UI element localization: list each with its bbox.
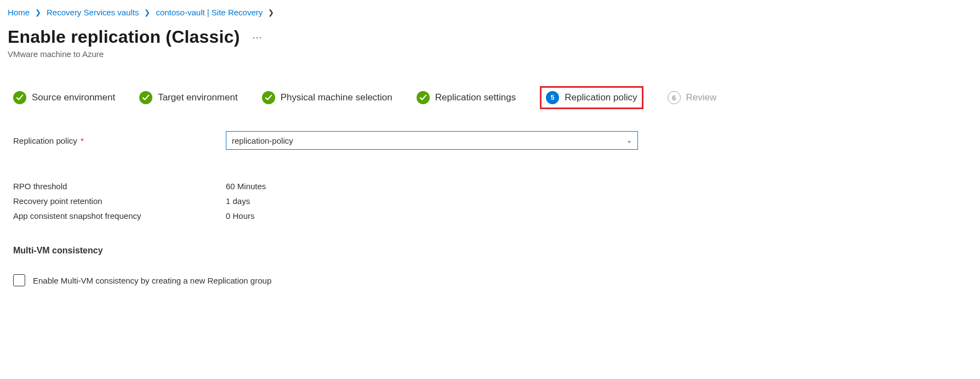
select-value: replication-policy (232, 136, 626, 145)
page-subtitle: VMware machine to Azure (8, 49, 972, 59)
multivm-consistency-checkbox[interactable] (13, 274, 25, 286)
required-indicator: * (78, 136, 84, 145)
step-number-icon: 5 (546, 91, 559, 104)
step-physical-machine-selection[interactable]: Physical machine selection (262, 91, 392, 104)
rpo-threshold-value: 60 Minutes (226, 182, 266, 191)
step-label: Review (686, 92, 717, 103)
check-icon (13, 91, 26, 104)
step-target-environment[interactable]: Target environment (139, 91, 238, 104)
retention-label: Recovery point retention (13, 196, 226, 206)
multivm-checkbox-label: Enable Multi-VM consistency by creating … (33, 276, 271, 285)
step-label: Replication settings (435, 92, 516, 103)
step-label: Replication policy (565, 92, 637, 103)
breadcrumb-vaults[interactable]: Recovery Services vaults (47, 8, 139, 17)
more-actions-button[interactable]: ⋯ (252, 31, 263, 43)
step-review[interactable]: 6 Review (668, 91, 717, 104)
retention-value: 1 days (226, 196, 250, 206)
replication-policy-select[interactable]: replication-policy ⌄ (226, 131, 638, 150)
wizard-steps: Source environment Target environment Ph… (8, 86, 972, 109)
step-replication-policy[interactable]: 5 Replication policy (540, 86, 643, 109)
replication-policy-label: Replication policy * (13, 136, 226, 145)
check-icon (262, 91, 275, 104)
step-replication-settings[interactable]: Replication settings (417, 91, 516, 104)
check-icon (417, 91, 430, 104)
breadcrumb: Home ❯ Recovery Services vaults ❯ contos… (8, 8, 972, 17)
check-icon (139, 91, 152, 104)
multivm-heading: Multi-VM consistency (13, 246, 665, 256)
breadcrumb-home[interactable]: Home (8, 8, 30, 17)
snapshot-frequency-label: App consistent snapshot frequency (13, 211, 226, 220)
step-label: Physical machine selection (281, 92, 392, 103)
step-number-icon: 6 (668, 91, 681, 104)
rpo-threshold-label: RPO threshold (13, 182, 226, 191)
breadcrumb-vault-recovery[interactable]: contoso-vault | Site Recovery (156, 8, 263, 17)
step-label: Source environment (32, 92, 115, 103)
chevron-right-icon: ❯ (35, 8, 41, 16)
snapshot-frequency-value: 0 Hours (226, 211, 255, 220)
chevron-right-icon: ❯ (144, 8, 150, 16)
chevron-right-icon: ❯ (268, 8, 274, 16)
step-source-environment[interactable]: Source environment (13, 91, 115, 104)
step-label: Target environment (158, 92, 238, 103)
page-title: Enable replication (Classic) (8, 27, 240, 47)
chevron-down-icon: ⌄ (626, 137, 632, 144)
